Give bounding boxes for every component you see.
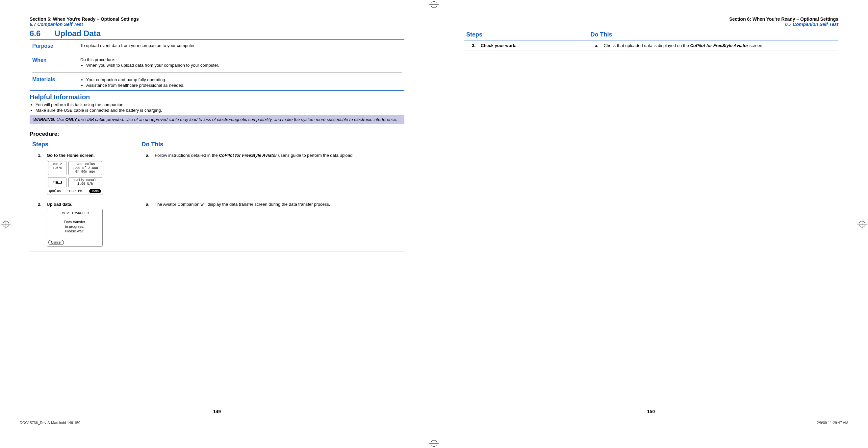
plug-icon: ⚡ [53, 180, 55, 184]
section-line: Section 6: When You're Ready – Optional … [30, 16, 404, 22]
title-text: Upload Data [55, 29, 101, 38]
substep-text: The Aviator Companion will display the d… [152, 199, 404, 251]
slug-line-right: 2/9/09 11:29:47 AM [473, 421, 848, 425]
helpful-bullet: Make sure the USB cable is connected and… [35, 108, 404, 113]
page-spread: Section 6: When You're Ready – Optional … [0, 0, 868, 427]
warning-only: ONLY [65, 117, 77, 122]
rule [32, 53, 402, 53]
warning-text-pre: Use [57, 117, 65, 122]
materials-label: Materials [30, 75, 78, 90]
cancel-pill: Cancel [49, 240, 64, 245]
line: Please wait. [49, 229, 101, 233]
text-run: Check that uploaded data is displayed on… [604, 43, 690, 48]
when-label: When [30, 56, 78, 70]
purpose-text: To upload event data from your companion… [78, 42, 404, 50]
steps-table-right: Steps Do This 3. Check your work. a. Che… [464, 29, 838, 51]
materials-bullet: Assistance from healthcare professional … [86, 83, 402, 88]
step-cell: Check your work. [478, 40, 588, 51]
screen-title: DATA TRANSFER [49, 211, 101, 215]
lastbolus-label: Last Bolus [70, 162, 100, 166]
materials-bullet: Your companion and pump fully operating. [86, 77, 402, 82]
step-number: 1. [30, 150, 44, 199]
rule [30, 91, 404, 91]
steps-table-left: Steps Do This 1. Go to the Home screen. … [30, 139, 404, 251]
step-number: 2. [30, 199, 44, 251]
substep-text: Check that uploaded data is displayed on… [601, 40, 838, 51]
step-cell: Go to the Home screen. IOB ≥ 4.67U Last … [44, 150, 139, 199]
when-cell: Do this procedure: When you wish to uplo… [78, 56, 404, 70]
warning-box: WARNING: Use ONLY the USB cable provided… [30, 115, 404, 124]
steps-header-dothis: Do This [139, 139, 404, 150]
device-home-screen: IOB ≥ 4.67U Last Bolus 2.00 of 2.00U 0h … [47, 160, 103, 194]
page-title: 6.6 Upload Data [30, 29, 404, 38]
when-intro: Do this procedure: [80, 57, 402, 62]
warning-label: WARNING: [33, 117, 55, 122]
subsection-line: 6.7 Companion Self Test [464, 22, 838, 27]
lastbolus-line2: 0h 06m ago [70, 170, 100, 174]
time-label: 4:17 PM [68, 189, 82, 193]
qbolus-label: QBolus [49, 189, 61, 193]
title-number: 6.6 [30, 29, 40, 38]
materials-cell: Your companion and pump fully operating.… [78, 75, 404, 90]
table-row: 2. Upload data. DATA TRANSFER Data trans… [30, 199, 404, 251]
line: Data transfer [49, 219, 101, 224]
statusbar: QBolus 4:17 PM Main [47, 188, 103, 194]
basal-value: 1.90 U/h [70, 182, 100, 186]
slug-file: DOC15736_Rev-A-Man.indd 149-150 [20, 421, 80, 425]
section-line: Section 6: When You're Ready – Optional … [464, 16, 838, 22]
step-title: Upload data. [47, 202, 136, 207]
running-header-left: Section 6: When You're Ready – Optional … [30, 16, 404, 27]
battery-cell: ⚡ [48, 177, 66, 187]
subsection-line: 6.7 Companion Self Test [30, 22, 404, 27]
helpful-info-heading: Helpful Information [30, 93, 404, 101]
when-bullet: When you wish to upload data from your c… [86, 63, 402, 68]
info-table: Purpose To upload event data from your c… [30, 42, 404, 90]
steps-header-dothis: Do This [588, 29, 838, 40]
page-number: 149 [213, 409, 221, 414]
materials-list: Your companion and pump fully operating.… [80, 77, 402, 88]
step-cell: Upload data. DATA TRANSFER Data transfer… [44, 199, 139, 251]
warning-text-post: the USB cable provided. Use of an unappr… [77, 117, 398, 122]
slug-line-left: DOC15736_Rev-A-Man.indd 149-150 [20, 421, 395, 425]
substep-letter: a. [588, 40, 601, 51]
steps-header-steps: Steps [30, 139, 139, 150]
basal-label: Daily Basal [70, 178, 100, 182]
substep-text: Follow instructions detailed in the CoPi… [152, 150, 404, 199]
basal-cell: Daily Basal 1.90 U/h [68, 177, 102, 187]
lastbolus-cell: Last Bolus 2.00 of 2.00U 0h 06m ago [68, 161, 102, 175]
rule [30, 39, 404, 40]
substep-letter: a. [139, 150, 152, 199]
step-number: 3. [464, 40, 478, 51]
step-title: Go to the Home screen. [47, 153, 136, 158]
screen-body: Data transfer in progress. Please wait. [49, 219, 101, 234]
running-header-right: Section 6: When You're Ready – Optional … [464, 16, 838, 27]
text-run: user's guide to perform the data upload [277, 153, 352, 158]
text-run: Follow instructions detailed in the [155, 153, 219, 158]
page-number: 150 [647, 409, 655, 414]
main-pill: Main [89, 189, 101, 193]
procedure-heading: Procedure: [30, 131, 404, 137]
lastbolus-line1: 2.00 of 2.00U [70, 166, 100, 170]
when-list: When you wish to upload data from your c… [80, 63, 402, 68]
substep-letter: a. [139, 199, 152, 251]
text-run: screen. [748, 43, 763, 48]
emphasis: CoPilot for FreeStyle Aviator [219, 153, 277, 158]
line: in progress. [49, 224, 101, 229]
battery-icon [56, 181, 62, 184]
device-transfer-screen: DATA TRANSFER Data transfer in progress.… [47, 209, 103, 246]
iob-cell: IOB ≥ 4.67U [48, 161, 66, 175]
step-title: Check your work. [481, 43, 585, 48]
page-149: Section 6: When You're Ready – Optional … [0, 0, 434, 427]
purpose-label: Purpose [30, 42, 78, 50]
slug-date: 2/9/09 11:29:47 AM [817, 421, 848, 425]
iob-label: IOB ≥ [50, 162, 65, 166]
iob-value: 4.67U [50, 166, 65, 170]
table-row: 1. Go to the Home screen. IOB ≥ 4.67U La… [30, 150, 404, 199]
helpful-bullet: You will perform this task using the com… [35, 102, 404, 107]
steps-header-steps: Steps [464, 29, 588, 40]
table-row: 3. Check your work. a. Check that upload… [464, 40, 838, 51]
helpful-info-list: You will perform this task using the com… [30, 102, 404, 113]
page-150: Section 6: When You're Ready – Optional … [434, 0, 868, 427]
emphasis: CoPilot for FreeStyle Aviator [690, 43, 749, 48]
rule [32, 72, 402, 73]
